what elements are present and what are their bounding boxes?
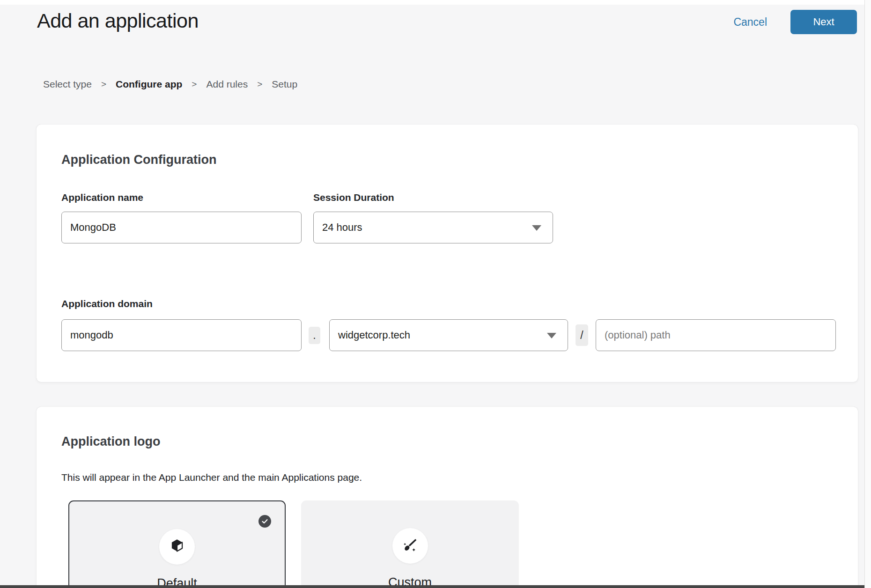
breadcrumb-item-configure-app[interactable]: Configure app	[116, 79, 182, 90]
chevron-down-icon	[547, 333, 556, 338]
session-duration-label: Session Duration	[313, 192, 394, 203]
application-domain-select[interactable]: widgetcorp.tech	[329, 319, 568, 351]
check-icon	[261, 517, 269, 525]
session-duration-select[interactable]: 24 hours	[313, 212, 553, 243]
breadcrumb-separator: >	[192, 79, 197, 89]
breadcrumb-item-select-type[interactable]: Select type	[43, 79, 92, 90]
cancel-button[interactable]: Cancel	[733, 16, 767, 29]
bottom-edge-strip	[0, 585, 865, 588]
next-button[interactable]: Next	[790, 10, 857, 34]
application-configuration-card: Application Configuration Application na…	[37, 125, 858, 382]
custom-logo-circle	[392, 528, 428, 564]
application-domain-value: widgetcorp.tech	[338, 329, 410, 341]
breadcrumb-separator: >	[101, 79, 106, 89]
application-name-input[interactable]	[61, 212, 302, 243]
page-title: Add an application	[37, 9, 199, 32]
breadcrumb: Select type > Configure app > Add rules …	[43, 79, 297, 90]
breadcrumb-item-setup[interactable]: Setup	[272, 79, 297, 90]
application-configuration-heading: Application Configuration	[61, 153, 216, 167]
application-logo-heading: Application logo	[61, 434, 160, 449]
domain-dot-separator: .	[309, 327, 320, 344]
paintbrush-icon	[401, 537, 420, 555]
scrollbar[interactable]	[864, 0, 871, 588]
cube-icon	[168, 538, 186, 556]
application-name-label: Application name	[61, 192, 143, 203]
breadcrumb-separator: >	[257, 79, 262, 89]
application-logo-description: This will appear in the App Launcher and…	[61, 472, 362, 483]
logo-option-custom[interactable]: Custom	[301, 500, 519, 588]
chevron-down-icon	[532, 225, 541, 231]
selected-check-badge	[258, 515, 271, 528]
top-band	[0, 0, 871, 5]
application-path-input[interactable]	[596, 319, 836, 351]
default-logo-circle	[159, 529, 195, 565]
header-actions: Cancel Next	[733, 10, 857, 34]
domain-slash-separator: /	[576, 324, 588, 346]
application-subdomain-input[interactable]	[61, 319, 302, 351]
breadcrumb-item-add-rules[interactable]: Add rules	[206, 79, 248, 90]
logo-option-default[interactable]: Default	[68, 500, 286, 588]
application-logo-card: Application logo This will appear in the…	[37, 407, 858, 588]
session-duration-value: 24 hours	[322, 221, 362, 234]
application-domain-label: Application domain	[61, 298, 153, 309]
